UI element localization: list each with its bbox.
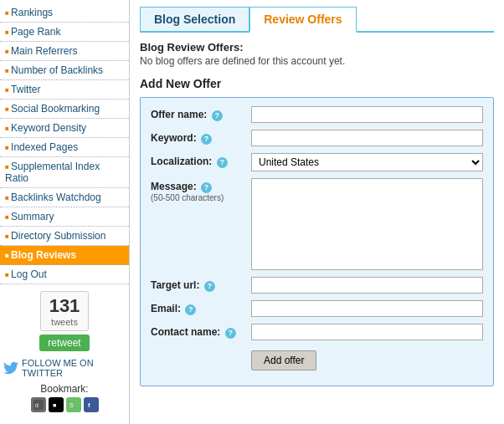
message-label: Message: ? (50-500 characters) (151, 178, 251, 202)
email-help-icon[interactable]: ? (185, 304, 196, 315)
email-row: Email: ? (151, 300, 483, 317)
sidebar-item-social-bookmarking[interactable]: Social Bookmarking (0, 100, 129, 119)
info-title: Blog Review Offers: (140, 41, 494, 54)
sidebar-item-twitter[interactable]: Twitter (0, 80, 129, 100)
main-content: Blog Selection Review Offers Blog Review… (130, 0, 504, 424)
message-textarea[interactable] (251, 178, 483, 270)
sidebar-item-keyword-density[interactable]: Keyword Density (0, 119, 129, 138)
bookmark-icon-4[interactable]: f (84, 397, 99, 412)
sidebar-item-blog-reviews[interactable]: Blog Reviews (0, 246, 129, 265)
tab-review-offers[interactable]: Review Offers (249, 7, 356, 33)
target-url-row: Target url: ? (151, 277, 483, 294)
sidebar-item-page-rank[interactable]: Page Rank (0, 23, 129, 42)
sidebar: RankingsPage RankMain ReferrersNumber of… (0, 0, 130, 424)
email-input[interactable] (251, 300, 483, 317)
sidebar-item-indexed-pages[interactable]: Indexed Pages (0, 138, 129, 157)
bookmark-icon-1[interactable]: d (31, 397, 46, 412)
tweet-count-box: 131 tweets (40, 291, 90, 331)
target-url-input[interactable] (251, 277, 483, 294)
sidebar-item-number-of-backlinks[interactable]: Number of Backlinks (0, 61, 129, 80)
svg-text:d: d (35, 402, 39, 408)
localization-help-icon[interactable]: ? (217, 157, 228, 168)
sidebar-item-backlinks-watchdog[interactable]: Backlinks Watchdog (0, 188, 129, 207)
tabs-row: Blog Selection Review Offers (140, 7, 494, 33)
bookmark-label: Bookmark: (40, 383, 88, 395)
add-offer-button[interactable]: Add offer (251, 350, 316, 370)
target-url-label: Target url: ? (151, 277, 251, 292)
svg-text:■: ■ (53, 402, 56, 408)
target-url-help-icon[interactable]: ? (204, 281, 215, 292)
message-row: Message: ? (50-500 characters) (151, 178, 483, 270)
retweet-button[interactable]: retweet (39, 335, 89, 351)
offer-name-input[interactable] (251, 106, 483, 123)
info-section: Blog Review Offers: No blog offers are d… (140, 41, 494, 67)
keyword-help-icon[interactable]: ? (201, 134, 212, 145)
message-help-icon[interactable]: ? (201, 182, 212, 193)
sidebar-item-log-out[interactable]: Log Out (0, 265, 129, 284)
twitter-bird-icon (3, 361, 18, 375)
tweet-count: 131 (49, 295, 80, 317)
offer-name-label: Offer name: ? (151, 106, 251, 121)
submit-row: Add offer (151, 347, 483, 370)
follow-twitter-label: FOLLOW ME ON TWITTER (22, 358, 126, 378)
twitter-widget: 131 tweets retweet (0, 291, 129, 351)
follow-twitter-link[interactable]: FOLLOW ME ON TWITTER (3, 358, 126, 378)
offer-form: Offer name: ? Keyword: ? Localization: ?… (140, 97, 494, 386)
bookmark-icon-3[interactable]: S (66, 397, 81, 412)
sidebar-item-supplemental-index-ratio[interactable]: Supplemental Index Ratio (0, 157, 129, 188)
offer-name-row: Offer name: ? (151, 106, 483, 123)
message-sub-label: (50-500 characters) (151, 193, 251, 202)
keyword-input[interactable] (251, 130, 483, 146)
tab-blog-selection[interactable]: Blog Selection (140, 7, 249, 31)
keyword-row: Keyword: ? (151, 130, 483, 146)
svg-text:S: S (69, 402, 74, 408)
localization-select[interactable]: United StatesUnited KingdomCanadaAustral… (251, 153, 483, 171)
bookmark-section: Bookmark: d ■ S f (0, 383, 129, 412)
contact-name-label: Contact name: ? (151, 324, 251, 339)
contact-name-help-icon[interactable]: ? (225, 328, 236, 339)
localization-label: Localization: ? (151, 153, 251, 168)
offer-name-help-icon[interactable]: ? (212, 110, 223, 121)
tweet-count-label: tweets (49, 317, 80, 327)
localization-row: Localization: ? United StatesUnited King… (151, 153, 483, 171)
add-offer-title: Add New Offer (140, 77, 494, 90)
info-text: No blog offers are defined for this acco… (140, 55, 494, 67)
bookmark-icons: d ■ S f (0, 397, 129, 412)
sidebar-item-main-referrers[interactable]: Main Referrers (0, 42, 129, 61)
sidebar-item-summary[interactable]: Summary (0, 207, 129, 227)
sidebar-item-directory-submission[interactable]: Directory Submission (0, 227, 129, 246)
email-label: Email: ? (151, 300, 251, 315)
keyword-label: Keyword: ? (151, 130, 251, 145)
sidebar-item-rankings[interactable]: Rankings (0, 3, 129, 23)
bookmark-icon-2[interactable]: ■ (49, 397, 64, 412)
contact-name-row: Contact name: ? (151, 324, 483, 340)
contact-name-input[interactable] (251, 324, 483, 340)
svg-text:f: f (88, 401, 90, 409)
